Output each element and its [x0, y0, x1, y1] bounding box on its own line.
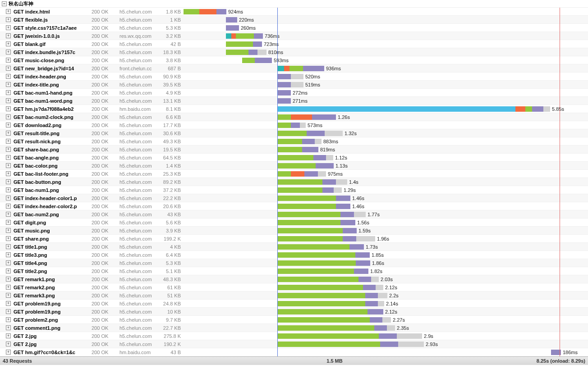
request-row[interactable]: +GET download2.png200 OKh5.chelun.com17.… — [0, 121, 588, 129]
expand-icon[interactable]: + — [6, 301, 11, 306]
request-row[interactable]: +GET problem19.png200 OKh5.chelun.com24.… — [0, 300, 588, 308]
request-row[interactable]: +GET title4.png200 OKh5.chelun.com5.3 KB… — [0, 259, 588, 267]
expand-icon[interactable]: + — [6, 260, 11, 265]
request-row[interactable]: +GET result-title.png200 OKh5.chelun.com… — [0, 129, 588, 137]
expand-icon[interactable]: + — [6, 114, 11, 119]
expand-icon[interactable]: + — [6, 277, 11, 282]
expand-icon[interactable]: + — [6, 293, 11, 298]
timing-bar[interactable]: 5.85s — [277, 106, 564, 112]
timing-bar[interactable]: 924ms — [184, 9, 243, 14]
expand-icon[interactable]: + — [6, 98, 11, 103]
timing-bar[interactable]: 1.56s — [277, 220, 369, 225]
request-row[interactable]: +GET 2.jpg200 OKh5.chelun.com190.2 K2.93… — [0, 340, 588, 348]
timing-bar[interactable]: 260ms — [226, 25, 256, 31]
request-row[interactable]: +GET music-close.png200 OKh5.chelun.com3… — [0, 56, 588, 64]
timing-bar[interactable]: 1.59s — [277, 228, 371, 233]
request-row[interactable]: +GET title3.png200 OKh5.chelun.com6.4 KB… — [0, 251, 588, 259]
timing-bar[interactable]: 271ms — [277, 98, 308, 104]
expand-icon[interactable]: + — [6, 228, 11, 233]
expand-icon[interactable]: + — [6, 220, 11, 225]
request-row[interactable]: +GET jweixin-1.0.0.js200 OKres.wx.qq.com… — [0, 32, 588, 40]
expand-icon[interactable]: + — [6, 155, 11, 160]
timing-bar[interactable]: 1.85s — [277, 252, 384, 258]
expand-icon[interactable]: + — [6, 17, 11, 22]
expand-icon[interactable]: + — [6, 325, 11, 330]
expand-icon[interactable]: + — [6, 50, 11, 55]
timing-bar[interactable]: 2.12s — [277, 285, 397, 290]
timing-bar[interactable]: 1.73s — [277, 244, 378, 250]
request-row[interactable]: +GET title1.png200 OKh5.chelun.com4 KB1.… — [0, 243, 588, 251]
expand-icon[interactable]: + — [6, 317, 11, 322]
timing-bar[interactable]: 810ms — [226, 50, 283, 55]
timing-bar[interactable]: 1.46s — [277, 204, 364, 209]
request-row[interactable]: +GET index-title.png200 OKh5.chelun.com3… — [0, 81, 588, 89]
timing-bar[interactable]: 1.26s — [277, 114, 350, 120]
request-row[interactable]: +GET digit.png200 OKh5.chelun.com5.6 KB1… — [0, 219, 588, 227]
timing-bar[interactable]: 1.12s — [277, 155, 347, 160]
collapse-icon[interactable]: − — [2, 1, 7, 6]
request-row[interactable]: +GET remark3.png200 OKh5.chelun.com51 KB… — [0, 292, 588, 300]
request-row[interactable]: +GET share.png200 OKh5.chelun.com199.2 K… — [0, 235, 588, 243]
timing-bar[interactable]: 819ms — [277, 147, 335, 152]
timing-bar[interactable]: 1.82s — [277, 269, 382, 274]
expand-icon[interactable]: + — [6, 285, 11, 290]
request-row[interactable]: +GET index-header-color1.p200 OKh5.chelu… — [0, 194, 588, 202]
expand-icon[interactable]: + — [6, 171, 11, 176]
timing-bar[interactable]: 573ms — [277, 123, 322, 128]
request-row[interactable]: +GET share-bac.png200 OKh5.chelun.com19.… — [0, 146, 588, 154]
expand-icon[interactable]: + — [6, 236, 11, 241]
expand-icon[interactable]: + — [6, 82, 11, 87]
expand-icon[interactable]: + — [6, 106, 11, 111]
request-row[interactable]: +GET result-nick.png200 OKh5.chelun.com4… — [0, 137, 588, 146]
expand-icon[interactable]: + — [6, 66, 11, 71]
request-row[interactable]: +GET bac-color.png200 OKh5.chelun.com1.4… — [0, 162, 588, 170]
expand-icon[interactable]: + — [6, 342, 11, 346]
request-row[interactable]: +GET title2.png200 OKh5.chelun.com5.1 KB… — [0, 267, 588, 275]
expand-icon[interactable]: + — [6, 131, 11, 136]
request-row[interactable]: +GET style.css?157c1a7aee200 OKh5.chelun… — [0, 24, 588, 32]
request-row[interactable]: +GET hm.gif?cc=0&ck=1&c200 OKhm.baidu.co… — [0, 348, 588, 356]
expand-icon[interactable]: + — [6, 196, 11, 200]
expand-icon[interactable]: + — [6, 212, 11, 217]
request-row[interactable]: +GET bac-num2.png200 OKh5.chelun.com43 K… — [0, 210, 588, 219]
timing-bar[interactable]: 883ms — [277, 139, 338, 144]
request-row[interactable]: +GET bac-num1-hand.png200 OKh5.chelun.co… — [0, 89, 588, 97]
timing-bar[interactable]: 1.46s — [277, 196, 364, 201]
request-row[interactable]: +GET bac-num2-clock.png200 OKh5.chelun.c… — [0, 113, 588, 121]
request-row[interactable]: +GET remark2.png200 OKh5.chelun.com61 KB… — [0, 283, 588, 292]
request-row[interactable]: +GET comment1.png200 OKh5.chelun.com22.7… — [0, 324, 588, 332]
request-row[interactable]: +GET index.bundle.js?157c200 OKh5.chelun… — [0, 48, 588, 56]
timing-bar[interactable]: 520ms — [277, 74, 320, 79]
timing-bar[interactable]: 736ms — [226, 33, 280, 39]
request-row[interactable]: +GET bac-num1.png200 OKh5.chelun.com37.2… — [0, 186, 588, 194]
request-row[interactable]: +GET problem19.png200 OKh5.chelun.com10 … — [0, 308, 588, 316]
expand-icon[interactable]: + — [6, 139, 11, 144]
expand-icon[interactable]: + — [6, 90, 11, 95]
expand-icon[interactable]: + — [6, 163, 11, 168]
request-row[interactable]: +GET new_bridge.js?id=14200 OKfront.chel… — [0, 64, 588, 73]
request-row[interactable]: +GET bac-angle.png200 OKh5.chelun.com64.… — [0, 154, 588, 162]
expand-icon[interactable]: + — [6, 41, 11, 46]
request-row[interactable]: +GET flexible.js200 OKh5.chelun.com1 KB2… — [0, 16, 588, 24]
timing-bar[interactable]: 593ms — [242, 58, 289, 63]
timing-bar[interactable]: 519ms — [277, 82, 320, 87]
expand-icon[interactable]: + — [6, 25, 11, 30]
expand-icon[interactable]: + — [6, 252, 11, 257]
timing-bar[interactable]: 1.29s — [277, 187, 356, 193]
timing-bar[interactable]: 1.96s — [277, 236, 389, 241]
timing-bar[interactable]: 723ms — [226, 41, 279, 47]
timing-bar[interactable]: 2.14s — [277, 301, 398, 306]
expand-icon[interactable]: + — [6, 147, 11, 152]
timing-bar[interactable]: 1.4s — [277, 179, 358, 185]
expand-icon[interactable]: + — [6, 269, 11, 273]
timing-bar[interactable]: 2.03s — [277, 277, 393, 282]
timing-bar[interactable]: 2.35s — [277, 325, 409, 331]
request-row[interactable]: +GET 2.jpg200 OKh5.chelun.com275.8 K2.9s — [0, 332, 588, 340]
timing-bar[interactable]: 2.27s — [277, 317, 405, 323]
timing-bar[interactable]: 2.12s — [277, 309, 397, 314]
timing-bar[interactable]: 2.93s — [277, 342, 438, 347]
expand-icon[interactable]: + — [6, 33, 11, 38]
timing-bar[interactable]: 1.32s — [277, 131, 357, 136]
request-row[interactable]: +GET problem2.png200 OKh5.chelun.com9.7 … — [0, 316, 588, 324]
expand-icon[interactable]: + — [6, 123, 11, 128]
